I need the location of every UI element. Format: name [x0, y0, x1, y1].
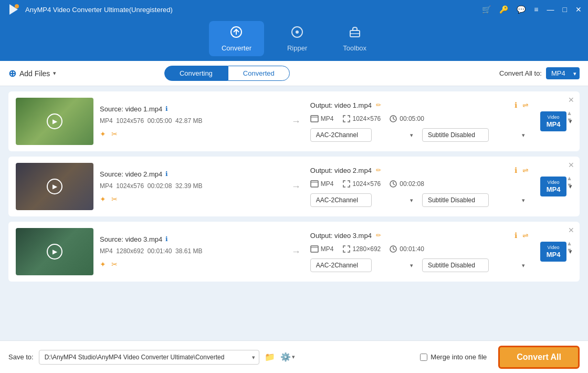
add-files-button[interactable]: ⊕ Add Files ▾ [8, 68, 56, 79]
info-output-icon[interactable]: ℹ [514, 231, 517, 240]
subtitle-select[interactable]: Subtitle Disabled [422, 258, 489, 272]
file-info: Source: video 1.mp4 ℹ MP4 1024x576 00:05… [100, 105, 282, 138]
file-meta: MP4 1024x576 00:05:00 42.87 MB [100, 117, 282, 125]
sliders-icon[interactable]: ⇌ [522, 101, 529, 109]
scissors-icon[interactable]: ✂ [111, 195, 118, 203]
maximize-icon[interactable]: □ [563, 5, 567, 14]
toolbox-icon [348, 25, 362, 42]
edit-icon[interactable]: ✏ [376, 232, 381, 239]
svg-line-16 [393, 184, 395, 185]
output-header: Output: video 2.mp4 ✏ ℹ ⇌ [310, 166, 529, 174]
arrow-separator: → [291, 246, 301, 257]
info-icon[interactable]: ℹ [165, 235, 168, 243]
play-button[interactable]: ▶ [47, 113, 62, 129]
audio-select[interactable]: AAC-2Channel [310, 128, 372, 142]
info-output-icon[interactable]: ℹ [514, 101, 517, 109]
move-up-button[interactable]: ▲ [566, 110, 572, 116]
format-badge-value: MP4 [545, 251, 561, 259]
file-thumbnail: ▶ [16, 163, 93, 210]
edit-icon[interactable]: ✏ [376, 101, 381, 109]
star-icon[interactable]: ✦ [100, 260, 106, 268]
move-down-button[interactable]: ▼ [566, 117, 572, 123]
move-down-button[interactable]: ▼ [566, 247, 572, 253]
output-duration-detail: 00:01:40 [389, 245, 424, 253]
star-icon[interactable]: ✦ [100, 195, 106, 203]
item-close-button[interactable]: ✕ [568, 96, 574, 104]
output-resolution-detail: 1024×576 [342, 180, 381, 188]
save-path-select[interactable]: D:\AnyMP4 Studio\AnyMP4 Video Converter … [39, 350, 259, 365]
nav-ripper-label: Ripper [287, 44, 307, 52]
output-duration-detail: 00:02:08 [389, 180, 424, 188]
out-duration-label: 00:02:08 [400, 180, 424, 188]
play-button[interactable]: ▶ [47, 179, 62, 194]
subtitle-select[interactable]: Subtitle Disabled [422, 193, 489, 207]
toolbar-tabs: Converting Converted [164, 66, 290, 81]
file-meta: MP4 1024x576 00:02:08 32.39 MB [100, 182, 282, 190]
add-files-arrow: ▾ [53, 70, 56, 77]
format-badge[interactable]: Video MP4 [540, 242, 566, 262]
nav-toolbox[interactable]: Toolbox [330, 21, 379, 56]
scissors-icon[interactable]: ✂ [111, 130, 118, 138]
output-duration-detail: 00:05:00 [389, 115, 424, 123]
nav-ripper[interactable]: Ripper [275, 21, 320, 56]
output-name: Output: video 3.mp4 [310, 232, 372, 240]
format-badge[interactable]: Video MP4 [540, 177, 566, 196]
settings-button[interactable]: ⚙️ ▾ [280, 352, 295, 362]
folder-button[interactable]: 📁 [265, 352, 275, 362]
global-format-select[interactable]: MP4 MKV AVI MOV [546, 67, 580, 79]
move-down-button[interactable]: ▼ [566, 182, 572, 188]
output-name: Output: video 2.mp4 [310, 167, 372, 174]
info-output-icon[interactable]: ℹ [514, 166, 517, 174]
tab-converting[interactable]: Converting [164, 66, 228, 81]
file-meta: MP4 1280x692 00:01:40 38.61 MB [100, 247, 282, 255]
subtitle-select[interactable]: Subtitle Disabled [422, 128, 489, 142]
out-format-label: MP4 [321, 180, 334, 188]
info-icon[interactable]: ℹ [165, 105, 168, 112]
edit-icon[interactable]: ✏ [376, 167, 381, 174]
ripper-icon [290, 25, 304, 42]
user-icon[interactable]: 🔑 [499, 5, 508, 14]
audio-select[interactable]: AAC-2Channel [310, 258, 372, 272]
audio-select[interactable]: AAC-2Channel [310, 193, 372, 207]
out-format-label: MP4 [321, 245, 334, 253]
svg-line-11 [393, 119, 395, 120]
play-button[interactable]: ▶ [47, 244, 62, 260]
out-duration-label: 00:05:00 [400, 115, 424, 122]
sliders-icon[interactable]: ⇌ [522, 166, 529, 174]
chat-icon[interactable]: 💬 [517, 5, 526, 14]
merge-checkbox[interactable] [420, 354, 427, 361]
minimize-icon[interactable]: — [547, 5, 554, 14]
sliders-icon[interactable]: ⇌ [522, 231, 529, 240]
menu-icon[interactable]: ≡ [534, 5, 538, 14]
format-badge-value: MP4 [545, 120, 561, 129]
arrow-separator: → [291, 116, 301, 127]
format-badge[interactable]: Video MP4 [540, 111, 566, 131]
audio-select-wrap: AAC-2Channel [310, 193, 417, 207]
output-resolution-detail: 1280×692 [342, 245, 381, 253]
nav-converter-label: Converter [222, 44, 251, 52]
output-details: MP4 1024×576 00:02:08 [310, 180, 529, 188]
item-close-button[interactable]: ✕ [568, 226, 574, 234]
subtitle-select-wrap: Subtitle Disabled [422, 258, 529, 272]
convert-all-button[interactable]: Convert All [498, 346, 580, 369]
merge-label[interactable]: Merge into one file [420, 353, 487, 361]
svg-rect-12 [311, 181, 318, 187]
item-close-button[interactable]: ✕ [568, 161, 574, 169]
close-icon[interactable]: ✕ [575, 5, 582, 14]
out-duration-label: 00:01:40 [400, 245, 424, 253]
convert-all-to: Convert All to: MP4 MKV AVI MOV [499, 67, 580, 79]
tab-converted[interactable]: Converted [228, 66, 290, 81]
svg-point-4 [296, 30, 299, 34]
file-source: Source: video 2.mp4 ℹ [100, 170, 282, 178]
bottom-bar: Save to: D:\AnyMP4 Studio\AnyMP4 Video C… [0, 340, 588, 373]
app-title: AnyMP4 Video Converter Ultimate(Unregist… [25, 6, 173, 14]
scissors-icon[interactable]: ✂ [111, 260, 118, 268]
move-up-button[interactable]: ▲ [566, 241, 572, 246]
move-up-button[interactable]: ▲ [566, 175, 572, 181]
output-section: Output: video 2.mp4 ✏ ℹ ⇌ MP4 1024×576 [310, 166, 529, 207]
nav-converter[interactable]: Converter [209, 21, 264, 56]
info-icon[interactable]: ℹ [165, 170, 168, 178]
cart-icon[interactable]: 🛒 [482, 5, 491, 14]
merge-text: Merge into one file [430, 353, 487, 361]
star-icon[interactable]: ✦ [100, 130, 106, 138]
